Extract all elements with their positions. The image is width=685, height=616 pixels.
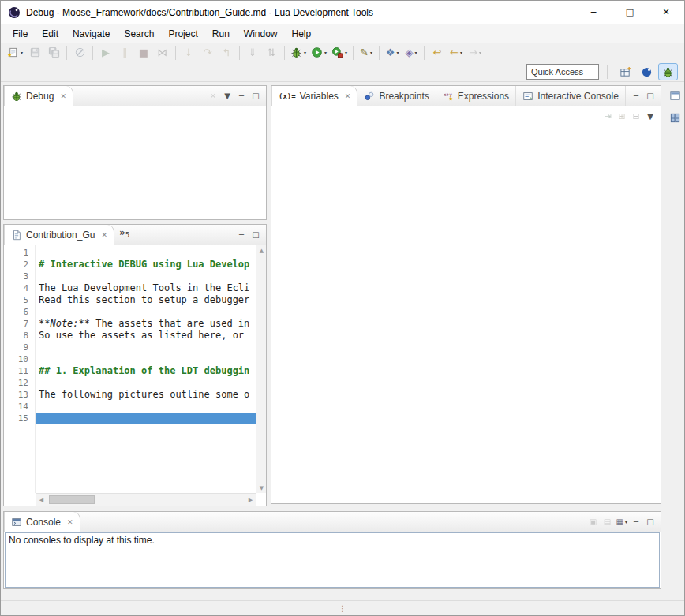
dropdown-arrow-icon[interactable]: ▾ [21,50,23,55]
view-menu-button[interactable]: ▼ [220,89,234,103]
maximize-button[interactable]: □ [249,228,263,242]
tab-close-icon[interactable]: ✕ [60,92,66,100]
code-line-2[interactable]: # Interactive DEBUG using Lua Develop [36,259,256,271]
skip-all-breakpoints-button[interactable] [71,44,88,62]
code-line-10[interactable] [36,353,256,365]
line-number[interactable]: 13 [4,389,35,401]
new-lua-project-button[interactable]: ◈▾ [402,44,420,62]
window-close-button[interactable]: ✕ [648,1,684,24]
tab-console[interactable]: Console ✕ [4,512,80,532]
quick-access-input[interactable]: Quick Access [526,64,599,80]
tab-close-icon[interactable]: ✕ [101,231,107,239]
menu-file[interactable]: File [6,26,35,42]
code-line-7[interactable]: **Note:** The assets that are used in [36,318,256,330]
scroll-left-icon[interactable]: ◀ [36,495,47,505]
line-number[interactable]: 1 [4,247,35,259]
resume-button[interactable]: ▶ [97,44,114,62]
window-minimize-button[interactable]: ─ [575,1,612,24]
tab-expressions[interactable]: Expressions [436,86,516,106]
line-number[interactable]: 14 [4,401,35,413]
dropdown-arrow-icon[interactable]: ▾ [625,519,627,525]
menu-navigate[interactable]: Navigate [66,26,117,42]
scrollbar-thumb[interactable] [49,495,95,504]
display-selected-console-button[interactable]: ▤ [601,515,615,529]
code-line-12[interactable] [36,377,256,389]
minimize-button[interactable]: ─ [629,515,643,529]
tab-close-icon[interactable]: ✕ [67,518,73,526]
remove-all-terminated-button[interactable]: ✕ [206,89,220,103]
line-number[interactable]: 12 [4,377,35,389]
forward-button[interactable]: →▾ [466,44,484,62]
line-number[interactable]: 4 [4,282,35,294]
debug-button[interactable]: ▾ [289,44,308,62]
menu-run[interactable]: Run [205,26,237,42]
tab-breakpoints[interactable]: Breakpoints [357,86,436,106]
code-line-5[interactable]: Read this section to setup a debugger [36,294,256,306]
line-number-ruler[interactable]: 123456789101112131415 [4,245,36,493]
back-button[interactable]: ←▾ [447,44,465,62]
menu-project[interactable]: Project [161,26,204,42]
line-number[interactable]: 7 [4,318,35,330]
external-tools-button[interactable]: ▾ [330,44,349,62]
editor-vertical-scrollbar[interactable]: ▲ ▼ [256,245,266,493]
maximize-button[interactable]: □ [643,89,657,103]
save-button[interactable] [26,44,43,62]
scroll-up-icon[interactable]: ▲ [256,245,267,256]
resize-grip[interactable]: ⋮ [339,604,346,613]
tab-interactive-console[interactable]: Interactive Console [516,86,626,106]
scroll-right-icon[interactable]: ▶ [245,495,256,505]
line-number[interactable]: 2 [4,259,35,271]
code-line-8[interactable]: So use the assets as listed here, or [36,330,256,342]
show-logical-structures-button[interactable]: ⊞ [615,109,629,123]
line-number[interactable]: 8 [4,330,35,342]
open-perspective-button[interactable] [616,63,635,80]
editor-code-area[interactable]: # Interactive DEBUG using Lua DevelopThe… [36,245,256,493]
use-step-filters-button[interactable]: ⇅ [263,44,280,62]
menu-edit[interactable]: Edit [35,26,66,42]
code-line-3[interactable] [36,271,256,282]
minimize-button[interactable]: ─ [234,89,249,103]
code-line-14[interactable] [36,401,256,413]
line-number[interactable]: 9 [4,342,35,353]
restore-minimized-view-button[interactable] [666,87,683,104]
dropdown-arrow-icon[interactable]: ▾ [479,50,481,55]
step-return-button[interactable]: ↰ [218,44,235,62]
code-line-4[interactable]: The Lua Development Tools in the Ecli [36,282,256,294]
tab-debug[interactable]: Debug ✕ [4,86,73,106]
maximize-button[interactable]: □ [643,515,657,529]
minimize-button[interactable]: ─ [234,228,249,242]
pin-console-button[interactable]: ▣ [586,515,601,529]
dropdown-arrow-icon[interactable]: ▾ [415,50,417,55]
code-line-13[interactable]: The following pictures outline some o [36,389,256,401]
editor-tab-overflow[interactable]: » 5 [114,225,134,245]
new-lua-file-button[interactable]: ❖▾ [384,44,401,62]
collapse-all-button[interactable]: ⊟ [629,109,643,123]
maximize-button[interactable]: □ [249,89,263,103]
editor-horizontal-scrollbar[interactable]: ◀ ▶ [36,493,256,506]
line-number[interactable]: 15 [4,413,35,424]
last-edit-location-button[interactable]: ↩ [429,44,446,62]
dropdown-arrow-icon[interactable]: ▾ [396,50,399,55]
tab-close-icon[interactable]: ✕ [345,92,351,100]
line-number[interactable]: 10 [4,353,35,365]
dropdown-arrow-icon[interactable]: ▾ [304,50,306,55]
new-wizard-button[interactable]: ▾ [6,44,24,62]
tab-variables[interactable]: (x)=Variables✕ [271,86,357,106]
debug-perspective-button[interactable] [658,63,678,80]
line-number[interactable]: 11 [4,365,35,377]
code-line-6[interactable] [36,306,256,318]
code-line-11[interactable]: ## 1. Explanation of the LDT debuggin [36,365,256,377]
scroll-down-icon[interactable]: ▼ [256,483,267,493]
mark-occurrences-button[interactable]: ✎▾ [357,44,375,62]
dropdown-arrow-icon[interactable]: ▾ [345,50,347,55]
lua-perspective-button[interactable] [637,63,657,80]
suspend-button[interactable]: ∥ [116,44,133,62]
dropdown-arrow-icon[interactable]: ▾ [324,50,327,55]
step-into-button[interactable]: ↓ [180,44,197,62]
show-type-names-button[interactable]: ⇥ [601,109,615,123]
terminate-button[interactable]: ■ [135,44,152,62]
line-number[interactable]: 5 [4,294,35,306]
tab-contribution-guide[interactable]: Contribution_Gu ✕ [4,225,114,245]
menu-help[interactable]: Help [285,26,319,42]
minimize-button[interactable]: ─ [629,89,643,103]
